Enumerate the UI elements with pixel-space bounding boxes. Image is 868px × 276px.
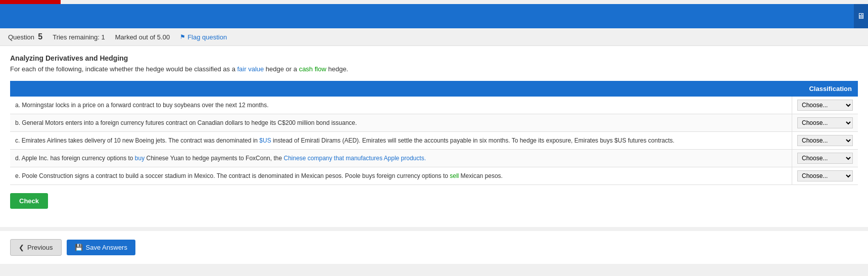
content-area: Analyzing Derivatives and Hedging For ea…: [0, 46, 868, 227]
table-row: e. Poole Construction signs a contract t…: [10, 167, 858, 185]
marked-out-of: Marked out of 5.00: [115, 33, 170, 41]
question-label: Question 5: [8, 32, 42, 41]
row-description-e: e. Poole Construction signs a contract t…: [10, 167, 792, 185]
save-answers-button[interactable]: 💾 Save Answers: [67, 240, 135, 255]
tries-remaining: Tries remaining: 1: [53, 33, 105, 41]
save-icon: 💾: [75, 244, 83, 251]
flag-label: Flag question: [187, 33, 227, 41]
classification-select-d[interactable]: Choose...Fair value hedgeCash flow hedge: [797, 153, 853, 164]
col-description-header: [10, 81, 792, 97]
question-number: 5: [38, 32, 42, 41]
bottom-navigation: ❮ Previous 💾 Save Answers: [0, 231, 868, 264]
question-title: Analyzing Derivatives and Hedging: [10, 54, 858, 62]
row-select-cell-d[interactable]: Choose...Fair value hedgeCash flow hedge: [792, 150, 858, 167]
classification-select-e[interactable]: Choose...Fair value hedgeCash flow hedge: [797, 170, 853, 181]
table-row: b. General Motors enters into a foreign …: [10, 114, 858, 132]
row-select-cell-e[interactable]: Choose...Fair value hedgeCash flow hedge: [792, 167, 858, 185]
row-select-cell-b[interactable]: Choose...Fair value hedgeCash flow hedge: [792, 114, 858, 132]
table-row: a. Morningstar locks in a price on a for…: [10, 97, 858, 114]
previous-button[interactable]: ❮ Previous: [10, 239, 62, 256]
table-header-row: Classification: [10, 81, 858, 97]
table-row: c. Emirates Airlines takes delivery of 1…: [10, 132, 858, 150]
classification-select-b[interactable]: Choose...Fair value hedgeCash flow hedge: [797, 117, 853, 128]
row-select-cell-c[interactable]: Choose...Fair value hedgeCash flow hedge: [792, 132, 858, 150]
flag-question-link[interactable]: ⚑ Flag question: [180, 33, 227, 41]
question-description: For each of the following, indicate whet…: [10, 65, 858, 73]
corner-icon: 🖥: [854, 4, 868, 28]
row-description-a: a. Morningstar locks in a price on a for…: [10, 97, 792, 114]
flag-icon: ⚑: [180, 33, 185, 40]
chevron-left-icon: ❮: [19, 244, 24, 251]
classification-select-c[interactable]: Choose...Fair value hedgeCash flow hedge: [797, 135, 853, 146]
separator: [0, 227, 868, 231]
previous-label: Previous: [27, 244, 53, 251]
row-description-c: c. Emirates Airlines takes delivery of 1…: [10, 132, 792, 150]
question-bar: Question 5 Tries remaining: 1 Marked out…: [0, 28, 868, 46]
check-button[interactable]: Check: [10, 193, 48, 209]
row-description-d: d. Apple Inc. has foreign currency optio…: [10, 150, 792, 167]
top-progress-bar: [0, 0, 61, 4]
classification-table: Classification a. Morningstar locks in a…: [10, 81, 858, 185]
blue-header: 🖥: [0, 4, 868, 28]
save-label: Save Answers: [86, 244, 127, 251]
row-select-cell-a[interactable]: Choose...Fair value hedgeCash flow hedge: [792, 97, 858, 114]
table-row: d. Apple Inc. has foreign currency optio…: [10, 150, 858, 167]
col-classification-header: Classification: [792, 81, 858, 97]
row-description-b: b. General Motors enters into a foreign …: [10, 114, 792, 132]
classification-select-a[interactable]: Choose...Fair value hedgeCash flow hedge: [797, 100, 853, 111]
